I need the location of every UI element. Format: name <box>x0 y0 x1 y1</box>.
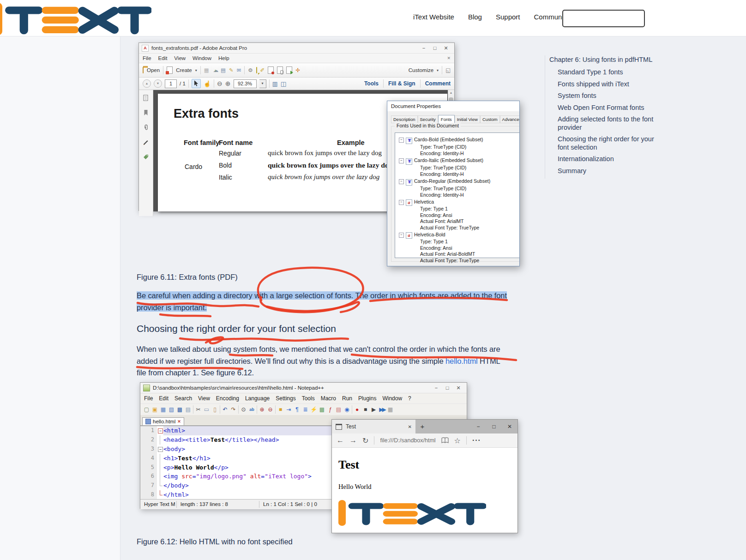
play-macro-icon[interactable]: ▶ <box>370 406 377 413</box>
maximize-icon[interactable]: □ <box>429 45 440 51</box>
toc-item[interactable]: Internationalization <box>558 155 656 163</box>
zoom-in-icon[interactable]: ⊕ <box>225 80 231 87</box>
collapse-icon[interactable]: − <box>399 138 404 143</box>
signature-icon[interactable] <box>143 139 149 145</box>
cut-icon[interactable]: ✂ <box>195 406 202 413</box>
tools-panel-button[interactable]: Tools <box>364 80 379 87</box>
nav-blog[interactable]: Blog <box>468 13 482 21</box>
dialog-tab-initial-view[interactable]: Initial View <box>455 115 480 123</box>
print-icon[interactable]: ▤ <box>221 67 226 73</box>
address-bar[interactable]: file:///D:/sandbox/html <box>380 437 435 444</box>
dialog-tab-description[interactable]: Description <box>391 115 418 123</box>
scrolling-mode-icon[interactable]: ▥ <box>272 80 278 87</box>
minimize-icon[interactable]: − <box>418 45 429 51</box>
collapse-icon[interactable]: − <box>399 233 404 238</box>
font-entry[interactable]: −TCardo-Italic (Embedded Subset) <box>399 157 520 165</box>
doc-map-icon[interactable]: ▩ <box>319 406 325 413</box>
undo-icon[interactable]: ↶ <box>222 406 229 413</box>
acrobat-titlebar[interactable]: A fonts_extrafonts.pdf - Adobe Acrobat P… <box>139 43 454 54</box>
dialog-tab-custom[interactable]: Custom <box>480 115 500 123</box>
new-file-icon[interactable]: ▢ <box>143 406 150 413</box>
tags-icon[interactable] <box>143 154 149 160</box>
sign-document-icon[interactable]: ✎ <box>229 67 234 73</box>
page-thumbnails-icon[interactable] <box>143 95 149 101</box>
back-icon[interactable]: ← <box>337 436 344 445</box>
dialog-titlebar[interactable]: Document Properties <box>387 101 519 111</box>
nav-support[interactable]: Support <box>496 13 520 21</box>
zoom-in-icon[interactable]: ⊕ <box>259 406 265 413</box>
comment-bubble-icon[interactable] <box>256 67 257 73</box>
open-file-icon[interactable]: ▣ <box>151 406 158 413</box>
search-input[interactable] <box>567 12 652 25</box>
close-icon[interactable]: ✕ <box>440 45 451 51</box>
hand-tool-icon[interactable]: ☝ <box>204 80 211 87</box>
search-box[interactable] <box>562 10 645 27</box>
notepad-titlebar[interactable]: D:\sandbox\htmlsamples\src\main\resource… <box>140 383 467 393</box>
page-up-icon[interactable]: ▲ <box>143 79 151 88</box>
save-icon[interactable]: ▦ <box>204 67 209 73</box>
menu-item[interactable]: Window <box>382 395 402 402</box>
gear-icon[interactable]: ⚙ <box>248 67 253 73</box>
nav-itext-website[interactable]: iText Website <box>413 13 454 21</box>
collapse-icon[interactable]: − <box>399 179 404 184</box>
more-options-icon[interactable]: ··· <box>472 436 481 445</box>
menu-item[interactable]: Language <box>245 395 270 402</box>
pen-icon[interactable]: ✢ <box>295 67 300 73</box>
minimize-icon[interactable]: − <box>431 385 442 391</box>
close-icon[interactable]: ✕ <box>453 385 464 391</box>
bookmarks-icon[interactable] <box>143 109 149 116</box>
upload-cloud-icon[interactable]: ☁↑ <box>212 67 218 73</box>
new-tab-icon[interactable]: + <box>415 420 429 434</box>
reading-view-icon[interactable] <box>441 437 449 444</box>
word-wrap-icon[interactable]: ⇥ <box>285 406 292 413</box>
replace-icon[interactable]: ab <box>248 406 255 413</box>
paste-icon[interactable]: ▯ <box>211 406 218 413</box>
tab-hello-html[interactable]: hello.html ✕ <box>142 417 184 425</box>
run-macro-multiple-icon[interactable]: ▶▶ <box>379 406 385 413</box>
tab-test[interactable]: Test ✕ <box>332 420 415 434</box>
folder-workspace-icon[interactable]: ▤ <box>335 406 342 413</box>
page-number-input[interactable]: 1 <box>165 79 177 88</box>
copy-icon[interactable]: ▭ <box>203 406 210 413</box>
toc-item[interactable]: Summary <box>558 167 656 175</box>
maximize-icon[interactable]: □ <box>486 423 502 430</box>
toc-item[interactable]: Fonts shipped with iText <box>558 80 656 89</box>
email-icon[interactable]: ✉ <box>237 67 241 73</box>
create-button[interactable]: Create <box>176 67 192 73</box>
open-icon[interactable] <box>143 67 144 73</box>
toc-item[interactable]: Web Open Font Format fonts <box>558 104 656 112</box>
print-icon[interactable]: ▤ <box>185 406 192 413</box>
open-button[interactable]: Open <box>147 67 160 73</box>
refresh-icon[interactable]: ↻ <box>362 436 368 445</box>
collapse-icon[interactable]: − <box>399 200 404 205</box>
page-down-icon[interactable]: ▼ <box>154 79 162 88</box>
menu-item[interactable]: View <box>174 55 186 61</box>
menu-item[interactable]: Window <box>193 55 211 61</box>
menu-item[interactable]: Search <box>174 395 192 402</box>
menu-item[interactable]: File <box>143 55 151 61</box>
favorite-star-icon[interactable]: ☆ <box>454 436 461 445</box>
menu-item[interactable]: Edit <box>158 55 168 61</box>
font-entry[interactable]: −TCardo-Regular (Embedded Subset) <box>399 178 520 186</box>
menu-item[interactable]: View <box>198 395 210 402</box>
minimize-icon[interactable]: − <box>470 423 486 430</box>
stop-macro-icon[interactable]: ■ <box>362 406 369 413</box>
menu-item[interactable]: Plugins <box>358 395 376 402</box>
scroll-up-icon[interactable]: ▲ <box>448 91 454 94</box>
menu-item[interactable]: Tools <box>302 395 315 402</box>
function-list-icon[interactable]: ⚡ <box>310 406 317 413</box>
menu-item[interactable]: Help <box>218 55 229 61</box>
create-pdf-icon[interactable] <box>167 66 173 74</box>
close-icon[interactable]: ✕ <box>447 56 451 60</box>
zoom-level-input[interactable]: 92.3% <box>234 79 257 88</box>
hello-html-link[interactable]: hello.html <box>445 357 478 365</box>
dialog-tab-security[interactable]: Security <box>418 115 438 123</box>
highlight-text-icon[interactable]: ✐ <box>260 67 265 73</box>
select-tool-icon[interactable] <box>192 79 201 88</box>
zoom-out-icon[interactable]: ⊖ <box>217 80 223 87</box>
attach-doc-icon[interactable] <box>277 66 283 74</box>
zoom-dropdown-icon[interactable]: ▾ <box>259 79 266 88</box>
find-icon[interactable]: ⊙ <box>240 406 247 413</box>
indent-guide-icon[interactable]: ≣ <box>302 406 309 413</box>
close-icon[interactable]: ✕ <box>502 423 517 430</box>
